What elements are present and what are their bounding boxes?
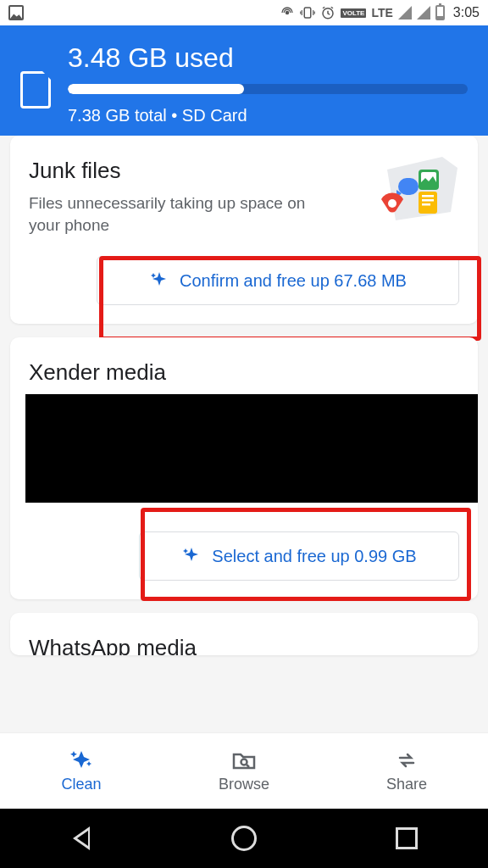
sparkle-icon [149,270,169,291]
media-thumbnails[interactable] [25,394,478,503]
svg-rect-8 [422,199,434,202]
volte-icon: VOLTE [341,8,366,18]
home-button[interactable] [229,823,259,854]
svg-point-10 [388,199,396,208]
confirm-button-label: Confirm and free up 67.68 MB [180,271,407,291]
storage-progress-bar [68,84,468,94]
select-button-label: Select and free up 0.99 GB [212,547,416,566]
share-icon [394,748,419,772]
nav-share[interactable]: Share [325,733,488,809]
signal-icon-1 [398,6,412,19]
system-nav-bar [0,809,488,868]
svg-point-0 [286,11,290,15]
svg-rect-1 [305,8,312,18]
back-button[interactable] [66,823,97,854]
content-area: Junk files Files unnecessarily taking up… [0,136,488,732]
xender-card-title: Xender media [29,359,459,386]
sparkle-icon [181,546,202,566]
svg-rect-6 [419,192,437,214]
confirm-free-up-button[interactable]: Confirm and free up 67.68 MB [97,256,459,305]
svg-rect-7 [422,195,434,198]
xender-media-card: Xender media Select and free up 0.99 GB [10,337,478,599]
recent-apps-button[interactable] [391,823,422,854]
nav-browse[interactable]: Browse [163,733,325,809]
svg-rect-5 [398,178,419,195]
status-bar: VOLTE LTE 3:05 [0,0,488,25]
sd-card-icon [20,71,51,108]
storage-total-label: 7.38 GB total • SD Card [68,106,468,125]
junk-files-card: Junk files Files unnecessarily taking up… [10,136,478,324]
junk-illustration [366,153,468,229]
whatsapp-media-card: WhatsApp media [10,613,478,655]
vibrate-icon [300,5,315,20]
screenshot-saved-icon [8,5,24,20]
junk-card-subtitle: Files unnecessarily taking up space on y… [29,192,334,236]
alarm-icon [320,5,336,20]
clock-time: 3:05 [453,5,480,20]
whatsapp-card-title: WhatsApp media [29,635,459,655]
select-free-up-button[interactable]: Select and free up 0.99 GB [139,531,459,581]
svg-rect-9 [422,203,430,206]
browse-icon [231,748,257,772]
lte-label: LTE [371,6,392,19]
battery-icon [435,5,445,20]
hotspot-icon [280,5,295,20]
clean-icon [69,748,94,772]
nav-clean[interactable]: Clean [0,733,163,809]
nav-browse-label: Browse [219,776,269,793]
svg-point-11 [241,760,247,765]
bottom-nav: Clean Browse Share [0,732,488,809]
storage-used-label: 3.48 GB used [68,42,468,74]
signal-icon-2 [417,6,430,19]
nav-clean-label: Clean [61,776,101,793]
nav-share-label: Share [386,776,427,793]
